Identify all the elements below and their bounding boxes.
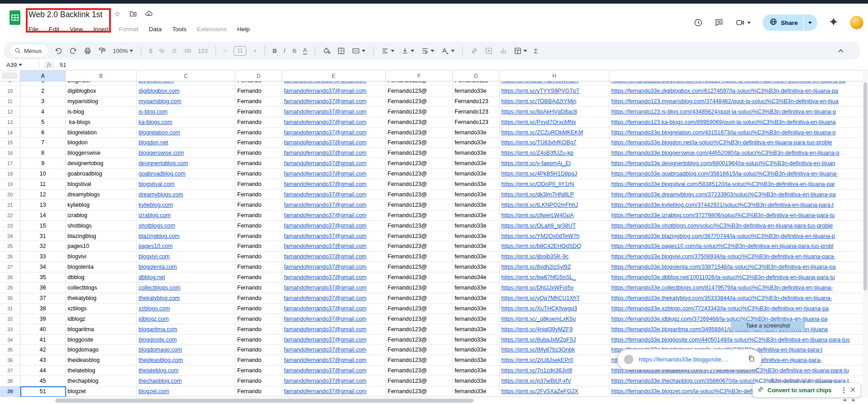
- cell-G31[interactable]: fernando33e: [453, 304, 499, 314]
- redo-button[interactable]: [69, 47, 77, 55]
- cell-A12[interactable]: 4: [20, 107, 66, 117]
- cell-H12[interactable]: https://prnt.sc/8pAkHVgD8ac8: [499, 107, 609, 117]
- row-header-37[interactable]: 37: [0, 366, 20, 375]
- cell-I19[interactable]: https://fernando33e.blogstival.com/58385…: [609, 179, 868, 189]
- cell-H17[interactable]: https://prnt.sc/v-faepmAi_EI: [499, 158, 609, 168]
- cell-I9[interactable]: https://fernando123.bloginder.com/375621…: [609, 81, 868, 86]
- cell-G15[interactable]: fernando33e: [453, 138, 499, 148]
- cell-E36[interactable]: farnandofernando37@gmail.com: [282, 355, 386, 365]
- cell-A36[interactable]: 43: [20, 355, 66, 365]
- cell-G21[interactable]: fernando33e: [453, 200, 499, 210]
- cell-A13[interactable]: 5: [20, 117, 66, 127]
- vertical-align-button[interactable]: [401, 47, 414, 55]
- cell-C23[interactable]: shotblogs.com: [137, 221, 235, 231]
- cell-F27[interactable]: Fernando123@: [386, 262, 453, 272]
- table-filter-button[interactable]: [514, 47, 527, 55]
- italic-button[interactable]: I: [283, 47, 285, 54]
- row-header-29[interactable]: 29: [0, 283, 20, 293]
- cell-B9[interactable]: bloginder: [66, 81, 137, 86]
- cell-E24[interactable]: farnandofernando37@gmail.com: [282, 231, 386, 241]
- cell-C29[interactable]: collectblogs.com: [137, 283, 235, 293]
- row-header-32[interactable]: 32: [0, 314, 20, 324]
- cell-F24[interactable]: Fernando123@: [386, 231, 453, 241]
- cell-H35[interactable]: https://prnt.sc/tMy87bz3Onbk: [499, 345, 609, 355]
- cell-E26[interactable]: farnandofernando37@gmail.com: [282, 252, 386, 261]
- cell-F34[interactable]: Fernando123@: [386, 335, 453, 345]
- cell-C27[interactable]: blogolenta.com: [137, 262, 235, 272]
- cell-C38[interactable]: thechapblog.com: [137, 376, 235, 386]
- cell-E14[interactable]: farnandofernando37@gmail.com: [282, 128, 386, 138]
- convert-to-smart-chips-button[interactable]: Convert to smart chips: [767, 387, 838, 394]
- cell-H31[interactable]: https://prnt.sc/XuTHCKfvwgq3: [499, 304, 609, 314]
- horizontal-scrollbar-thumb[interactable]: [55, 399, 474, 403]
- scroll-right-icon[interactable]: ▶: [852, 398, 855, 402]
- cell-I21[interactable]: https://fernando33e.kylieblog.com/374429…: [609, 200, 868, 210]
- cell-D23[interactable]: Fernando: [235, 221, 282, 231]
- cell-F39[interactable]: Fernando123@: [386, 386, 453, 396]
- text-wrap-button[interactable]: [421, 47, 434, 55]
- cell-A22[interactable]: 14: [20, 210, 66, 220]
- cell-G20[interactable]: fernando33e: [453, 190, 499, 200]
- column-header-i[interactable]: [609, 71, 868, 81]
- cell-C18[interactable]: goabroadblog.com: [137, 169, 235, 179]
- cell-E13[interactable]: farnandofernando37@gmail.com: [282, 117, 386, 127]
- cell-H22[interactable]: https://prnt.sc/cllwerLW4GpA: [499, 210, 609, 220]
- cell-D13[interactable]: Fernando: [235, 117, 282, 127]
- cell-C34[interactable]: bloggosite.com: [137, 335, 235, 345]
- row-header-35[interactable]: 35: [0, 345, 20, 355]
- copy-icon[interactable]: [748, 355, 755, 364]
- cell-G17[interactable]: fernando33e: [453, 158, 499, 168]
- cell-E37[interactable]: farnandofernando37@gmail.com: [282, 366, 386, 375]
- share-button-main[interactable]: Share: [762, 14, 803, 31]
- text-rotation-button[interactable]: [441, 47, 455, 55]
- column-header-D[interactable]: D: [235, 71, 282, 81]
- cell-I20[interactable]: https://fernando33e.dreamyblogs.com/3723…: [609, 190, 868, 200]
- cell-I14[interactable]: https://fernando33e.blogrelation.com/431…: [609, 128, 868, 138]
- cell-H32[interactable]: https://prnt.sc/_q8ksemLxK5u: [499, 314, 609, 324]
- cell-D17[interactable]: Fernando: [235, 158, 282, 168]
- cell-G11[interactable]: Fernando123: [453, 96, 499, 106]
- cell-G22[interactable]: fernando33e: [453, 210, 499, 220]
- cell-G12[interactable]: Fernando123: [453, 107, 499, 117]
- cell-C25[interactable]: pages10.com: [137, 242, 235, 252]
- cell-E12[interactable]: farnandofernando37@gmail.com: [282, 107, 386, 117]
- cell-I24[interactable]: https://fernando33e.blazingblog.com/3677…: [609, 231, 868, 241]
- cell-B25[interactable]: pages10: [66, 242, 137, 252]
- scroll-left-icon[interactable]: ◀: [843, 398, 846, 402]
- cell-G39[interactable]: fernando33e: [453, 386, 499, 396]
- cell-D35[interactable]: Fernando: [235, 345, 282, 355]
- column-header-G[interactable]: G: [453, 71, 499, 81]
- row-header-23[interactable]: 23: [0, 221, 20, 231]
- cell-E23[interactable]: farnandofernando37@gmail.com: [282, 221, 386, 231]
- cell-C11[interactable]: myparisblog.com: [137, 96, 235, 106]
- cell-A30[interactable]: 37: [20, 293, 66, 303]
- row-header-18[interactable]: 18: [0, 169, 20, 179]
- cell-E19[interactable]: farnandofernando37@gmail.com: [282, 179, 386, 189]
- cell-E18[interactable]: farnandofernando37@gmail.com: [282, 169, 386, 179]
- cell-B11[interactable]: myparisblog: [66, 96, 137, 106]
- cell-I34[interactable]: https://fernando33e.bloggosite.com/44050…: [609, 335, 868, 345]
- cell-B35[interactable]: blogdomago: [66, 345, 137, 355]
- cell-F29[interactable]: Fernando123@: [386, 283, 453, 293]
- cell-I11[interactable]: https://fernando123.myparisblog.com/3744…: [609, 96, 868, 106]
- vertical-scrollbar-thumb[interactable]: [863, 82, 867, 290]
- row-header-22[interactable]: 22: [0, 210, 20, 220]
- collapse-toolbar-button[interactable]: [838, 49, 844, 53]
- cell-A38[interactable]: 45: [20, 376, 66, 386]
- cell-D22[interactable]: Fernando: [235, 210, 282, 220]
- cell-I29[interactable]: https://fernando33e.collectblogs.com/814…: [609, 283, 868, 293]
- cell-D38[interactable]: Fernando: [235, 376, 282, 386]
- undo-button[interactable]: [55, 47, 62, 55]
- cell-H27[interactable]: https://prnt.sc/8vdh2lzSyl9Z: [499, 262, 609, 272]
- cell-B27[interactable]: blogolenta: [66, 262, 137, 272]
- cell-C32[interactable]: idblogz.com: [137, 314, 235, 324]
- insert-chart-button[interactable]: [499, 47, 507, 55]
- cell-F19[interactable]: Fernando123@: [386, 179, 453, 189]
- cell-D30[interactable]: Fernando: [235, 293, 282, 303]
- cell-F12[interactable]: Fernando123@: [386, 107, 453, 117]
- cell-B29[interactable]: collectblogs: [66, 283, 137, 293]
- column-header-B[interactable]: B: [66, 71, 137, 81]
- cell-G25[interactable]: fernando33e: [453, 242, 499, 252]
- cell-D15[interactable]: Fernando: [235, 138, 282, 148]
- cell-A25[interactable]: 32: [20, 242, 66, 252]
